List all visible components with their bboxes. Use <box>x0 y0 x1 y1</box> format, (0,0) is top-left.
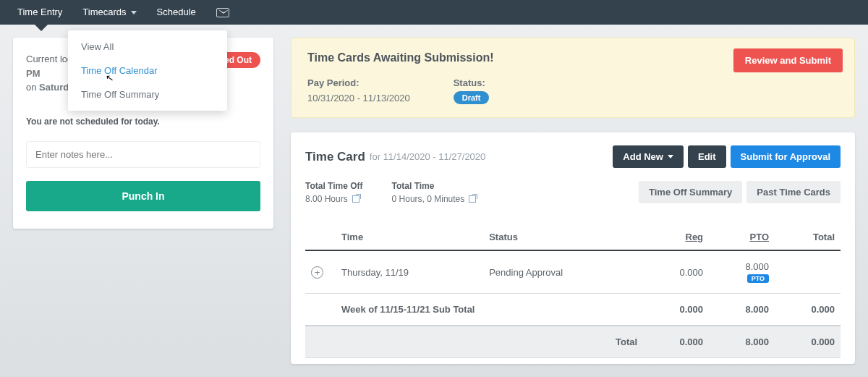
not-scheduled-text: You are not scheduled for today. <box>26 117 260 127</box>
subtotal-label: Week of 11/15-11/21 Sub Total <box>336 294 643 326</box>
pto-badge: PTO <box>747 274 769 283</box>
row-status: Pending Approval <box>483 250 643 294</box>
chevron-down-icon <box>668 155 673 158</box>
expand-row-icon[interactable]: + <box>311 266 323 279</box>
table-row: + Thursday, 11/19 Pending Approval 0.000… <box>305 250 841 294</box>
add-new-label: Add New <box>623 151 663 162</box>
subtotal-pto: 8.000 <box>709 294 775 326</box>
total-time-off-label: Total Time Off <box>305 181 363 191</box>
add-new-button[interactable]: Add New <box>613 145 684 168</box>
nav-mail[interactable] <box>206 0 239 25</box>
nav-schedule[interactable]: Schedule <box>147 0 206 25</box>
time-card-table: Time Status Reg PTO Total + Thursday, 11… <box>305 224 841 358</box>
col-status: Status <box>483 224 643 250</box>
current-log-prefix: Current log <box>26 54 72 64</box>
total-row: Total 0.000 8.000 0.000 <box>305 326 841 358</box>
time-card-title: Time Card <box>305 150 365 164</box>
submit-approval-button[interactable]: Submit for Approval <box>731 145 841 168</box>
total-time-value: 0 Hours, 0 Minutes <box>392 194 465 204</box>
chevron-down-icon <box>131 11 137 14</box>
pay-period-label: Pay Period: <box>307 77 410 88</box>
subtotal-row: Week of 11/15-11/21 Sub Total 0.000 8.00… <box>305 294 841 326</box>
external-link-icon[interactable] <box>469 195 476 203</box>
mail-icon <box>216 8 229 17</box>
punch-in-button[interactable]: Punch In <box>26 181 260 211</box>
review-submit-button[interactable]: Review and Submit <box>733 48 843 72</box>
subtotal-reg: 0.000 <box>643 294 709 326</box>
nav-time-entry[interactable]: Time Entry <box>7 0 72 25</box>
col-time: Time <box>336 224 483 250</box>
status-label: Status: <box>454 77 490 88</box>
col-total: Total <box>775 224 841 250</box>
row-total <box>775 250 841 294</box>
dropdown-time-off-summary[interactable]: Time Off Summary <box>68 82 227 106</box>
nav-time-entry-label: Time Entry <box>17 0 62 25</box>
awaiting-submission-card: Review and Submit Time Cards Awaiting Su… <box>291 38 855 118</box>
row-reg: 0.000 <box>643 250 709 294</box>
status-pill: Draft <box>454 91 490 104</box>
pay-period-value: 10/31/2020 - 11/13/2020 <box>307 93 410 103</box>
grand-reg: 0.000 <box>643 326 709 358</box>
row-day: Thursday, 11/19 <box>336 250 483 294</box>
external-link-icon[interactable] <box>352 195 359 203</box>
grand-label: Total <box>483 326 643 358</box>
subtotal-total: 0.000 <box>775 294 841 326</box>
time-card-range: for 11/14/2020 - 11/27/2020 <box>370 151 485 162</box>
total-time-label: Total Time <box>392 181 477 191</box>
col-pto[interactable]: PTO <box>709 224 775 250</box>
notes-input[interactable] <box>26 141 260 168</box>
time-card-panel: Time Card for 11/14/2020 - 11/27/2020 Ad… <box>291 132 855 364</box>
time-off-summary-button[interactable]: Time Off Summary <box>639 181 742 203</box>
current-log-on: on <box>26 82 39 93</box>
edit-button[interactable]: Edit <box>688 145 726 168</box>
grand-total: 0.000 <box>775 326 841 358</box>
col-reg[interactable]: Reg <box>643 224 709 250</box>
nav-timecards[interactable]: Timecards <box>72 0 146 25</box>
grand-pto: 8.000 <box>709 326 775 358</box>
dropdown-view-all[interactable]: View All <box>68 35 227 59</box>
total-time-off-value: 8.00 Hours <box>305 194 348 204</box>
row-pto: 8.000 PTO <box>709 250 775 294</box>
nav-schedule-label: Schedule <box>157 0 196 25</box>
top-nav: Time Entry Timecards Schedule <box>0 0 868 25</box>
timecards-dropdown: View All Time Off Calendar Time Off Summ… <box>68 30 227 111</box>
dropdown-time-off-calendar[interactable]: Time Off Calendar <box>68 59 227 82</box>
nav-timecards-label: Timecards <box>82 0 126 25</box>
cursor-icon: ↖ <box>105 72 114 84</box>
past-time-cards-button[interactable]: Past Time Cards <box>746 181 841 203</box>
